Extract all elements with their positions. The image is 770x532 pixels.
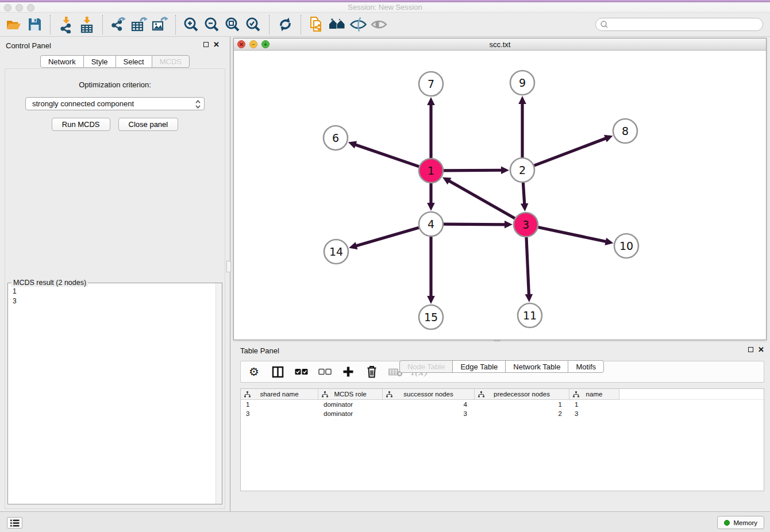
memory-label: Memory: [733, 519, 757, 526]
network-graph: 1234678910111415: [234, 51, 766, 340]
edge-arrowhead: [525, 294, 533, 302]
copy-network-icon[interactable]: [306, 14, 327, 35]
tab-motifs[interactable]: Motifs: [568, 360, 604, 373]
edge-arrowhead: [427, 296, 435, 304]
export-image-icon[interactable]: [149, 14, 170, 35]
tab-node-table[interactable]: Node Table: [399, 360, 453, 373]
tab-edge-table[interactable]: Edge Table: [452, 360, 506, 373]
edge-arrowhead: [427, 203, 435, 211]
vertical-splitter-handle[interactable]: [226, 261, 231, 272]
window-top-accent: [0, 0, 770, 2]
network-window-titlebar[interactable]: ✕ − + scc.txt: [234, 38, 766, 51]
graph-node-11[interactable]: 11: [518, 303, 542, 327]
graph-edge-3-1[interactable]: [442, 177, 515, 218]
edge-arrowhead: [501, 166, 509, 174]
graph-node-8[interactable]: 8: [613, 119, 637, 143]
graph-node-10[interactable]: 10: [614, 234, 638, 258]
main-toolbar: [0, 13, 770, 37]
export-table-icon[interactable]: [129, 14, 149, 35]
task-history-button[interactable]: [7, 517, 22, 529]
float-table-panel-icon[interactable]: [748, 347, 753, 352]
float-panel-icon[interactable]: [203, 42, 209, 47]
graph-node-6[interactable]: 6: [324, 126, 348, 150]
combo-stepper-icon: [195, 100, 201, 112]
graph-edge-3-11[interactable]: [525, 237, 533, 302]
refresh-icon[interactable]: [275, 14, 295, 35]
graph-edge-1-7[interactable]: [427, 97, 435, 158]
tab-style[interactable]: Style: [83, 55, 116, 68]
homes-icon[interactable]: [327, 14, 348, 35]
zoom-in-icon[interactable]: [181, 14, 202, 35]
eye-icon[interactable]: [368, 14, 389, 35]
network-canvas[interactable]: 1234678910111415: [234, 51, 766, 340]
node-label: 11: [523, 309, 537, 322]
control-panel-tabs: NetworkStyleSelectMCDS: [0, 55, 230, 68]
status-bar: Memory: [0, 511, 770, 532]
table-panel-title: Table Panel: [240, 346, 279, 355]
graph-edge-4-3[interactable]: [444, 221, 513, 229]
graph-edge-2-9[interactable]: [518, 96, 526, 157]
save-icon[interactable]: [24, 14, 45, 35]
graph-edge-1-4[interactable]: [427, 183, 435, 211]
node-label: 1: [428, 164, 434, 177]
edge-arrowhead: [427, 97, 435, 105]
edge-arrowhead: [348, 141, 357, 149]
optimization-criterion-value: strongly connected component: [32, 99, 134, 108]
export-network-icon[interactable]: [108, 14, 129, 35]
network-window-title: scc.txt: [234, 40, 766, 49]
list-icon: [10, 519, 20, 527]
graph-node-7[interactable]: 7: [419, 72, 443, 96]
graph-node-9[interactable]: 9: [510, 71, 534, 95]
mcds-result-box: MCDS result (2 nodes) 13: [7, 283, 222, 504]
graph-node-3[interactable]: 3: [514, 213, 538, 237]
graph-edge-4-15[interactable]: [427, 237, 435, 304]
graph-node-2[interactable]: 2: [510, 158, 534, 182]
graph-node-15[interactable]: 15: [419, 305, 443, 329]
control-panel: Control Panel ✕ NetworkStyleSelectMCDS O…: [0, 37, 230, 511]
tab-select[interactable]: Select: [116, 55, 152, 68]
graph-edge-4-14[interactable]: [349, 228, 419, 249]
close-table-panel-icon[interactable]: ✕: [758, 346, 764, 353]
zoom-selected-icon[interactable]: [243, 14, 264, 35]
import-network-icon[interactable]: [56, 14, 76, 35]
import-table-icon[interactable]: [76, 14, 97, 35]
node-label: 7: [428, 78, 434, 90]
graph-node-14[interactable]: 14: [324, 240, 348, 264]
zoom-fit-icon[interactable]: [222, 14, 243, 35]
tab-network[interactable]: Network: [40, 55, 84, 68]
mcds-result-line: 3: [13, 296, 215, 306]
open-folder-icon[interactable]: [3, 14, 24, 35]
edge-arrowhead: [521, 203, 529, 211]
node-label: 15: [424, 311, 438, 323]
optimization-criterion-select[interactable]: strongly connected component: [25, 97, 205, 110]
toolbar-separator: [301, 15, 301, 34]
network-view-window: ✕ − + scc.txt 1234678910111415: [233, 38, 767, 340]
close-panel-button[interactable]: Close panel: [118, 118, 179, 131]
optimization-criterion-label: Optimization criterion:: [5, 80, 225, 89]
eye-slash-icon[interactable]: [348, 14, 368, 35]
table-panel: Table Panel ✕ ⚙ f(x): [233, 342, 770, 511]
mcds-result-line: 1: [13, 287, 215, 296]
result-scrollbar[interactable]: [215, 283, 222, 504]
graph-node-1[interactable]: 1: [419, 159, 443, 183]
zoom-out-icon[interactable]: [202, 14, 222, 35]
run-mcds-button[interactable]: Run MCDS: [52, 118, 110, 131]
search-field[interactable]: [595, 18, 763, 31]
graph-node-4[interactable]: 4: [419, 212, 443, 236]
search-input[interactable]: [611, 19, 763, 30]
node-label: 8: [622, 125, 629, 137]
graph-edge-1-2[interactable]: [444, 166, 509, 174]
graph-edge-3-10[interactable]: [538, 228, 614, 245]
memory-button[interactable]: Memory: [717, 516, 764, 529]
node-label: 4: [428, 218, 434, 230]
tab-mcds[interactable]: MCDS: [152, 55, 190, 68]
application-window: Session: New Session: [0, 0, 770, 532]
node-label: 10: [619, 240, 633, 252]
node-label: 2: [519, 164, 526, 176]
graph-edge-1-6[interactable]: [348, 141, 419, 167]
edge-arrowhead: [349, 242, 357, 249]
close-panel-icon[interactable]: ✕: [213, 41, 220, 48]
tab-network-table[interactable]: Network Table: [505, 360, 568, 373]
graph-edge-2-3[interactable]: [521, 183, 529, 211]
graph-edge-2-8[interactable]: [534, 135, 613, 165]
